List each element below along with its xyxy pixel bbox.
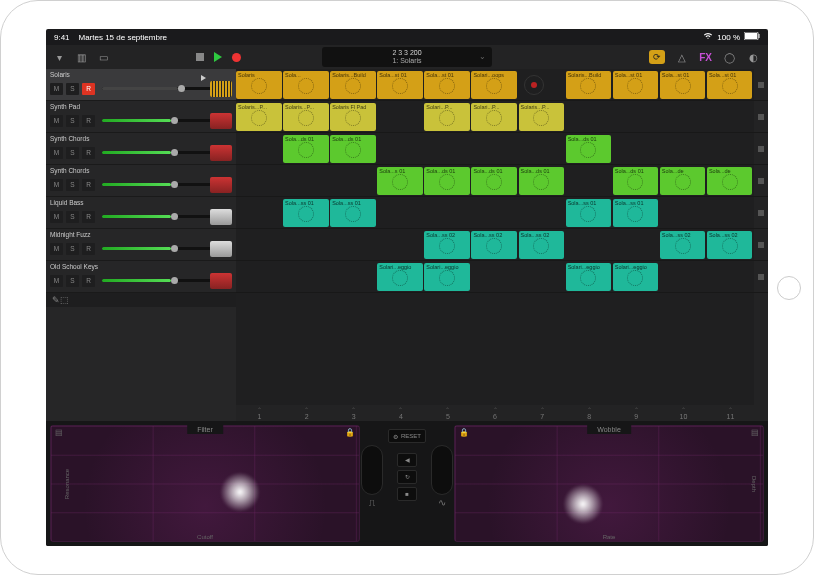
stop-fx-button[interactable]: ■	[397, 487, 417, 501]
clip-cell[interactable]: Sola...ss 01	[283, 199, 329, 227]
clip-cell[interactable]: Solaris...P...	[519, 103, 565, 131]
scene-cell[interactable]	[754, 69, 768, 101]
play-button[interactable]	[214, 52, 222, 62]
clip-cell[interactable]: Sola...	[283, 71, 329, 99]
solo-button[interactable]: S	[66, 83, 79, 95]
clip-cell[interactable]: Sola...st 01	[613, 71, 659, 99]
solo-button[interactable]: S	[66, 275, 79, 287]
clip-cell[interactable]: Sola...ds 01	[471, 167, 517, 195]
scene-cell[interactable]	[754, 101, 768, 133]
clip-cell[interactable]: Solari...P...	[471, 103, 517, 131]
instrument-icon[interactable]	[210, 81, 232, 97]
record-button[interactable]	[232, 53, 241, 62]
dropdown-icon[interactable]: ▾	[52, 50, 66, 64]
clip-cell[interactable]: Solari...eggio	[424, 263, 470, 291]
solo-button[interactable]: S	[66, 179, 79, 191]
mute-button[interactable]: M	[50, 83, 63, 95]
clip-cell[interactable]: Sola...ds 01	[613, 167, 659, 195]
clip-cell[interactable]: Solaris...Build	[566, 71, 612, 99]
clip-cell[interactable]: Sola...ss 02	[707, 231, 753, 259]
mute-button[interactable]: M	[50, 211, 63, 223]
clip-cell[interactable]: Sola...ds 01	[566, 135, 612, 163]
mute-button[interactable]: M	[50, 147, 63, 159]
solo-button[interactable]: S	[66, 211, 79, 223]
clip-cell[interactable]: Sola...ss 01	[613, 199, 659, 227]
clip-cell[interactable]: Solari...eggio	[613, 263, 659, 291]
column-trigger[interactable]: ⌃3	[330, 405, 377, 421]
instrument-icon[interactable]	[210, 209, 232, 225]
gate-pad-left[interactable]	[361, 445, 383, 495]
track-header[interactable]: Synth Pad M S R	[46, 101, 236, 133]
clip-cell[interactable]: Sola...ss 01	[566, 199, 612, 227]
xy-pad-left[interactable]: ▤ Filter 🔒 Resonance Cutoff	[50, 425, 360, 542]
track-header[interactable]: Old School Keys M S R	[46, 261, 236, 293]
clip-cell[interactable]: Solaris Fl Pad	[330, 103, 376, 131]
solo-button[interactable]: S	[66, 147, 79, 159]
clip-cell[interactable]: Sola...ss 02	[471, 231, 517, 259]
column-trigger[interactable]: ⌃10	[660, 405, 707, 421]
clip-cell[interactable]: Sola...st 01	[707, 71, 753, 99]
clip-cell[interactable]: Sola...st 01	[377, 71, 423, 99]
instrument-icon[interactable]	[210, 241, 232, 257]
fx-button[interactable]: FX	[699, 52, 712, 63]
column-trigger[interactable]: ⌃5	[424, 405, 471, 421]
instrument-icon[interactable]	[210, 273, 232, 289]
library-icon[interactable]: ▥	[74, 50, 88, 64]
scene-cell[interactable]	[754, 165, 768, 197]
column-trigger[interactable]: ⌃6	[471, 405, 518, 421]
column-trigger[interactable]: ⌃11	[707, 405, 754, 421]
home-button[interactable]	[777, 276, 801, 300]
column-trigger[interactable]: ⌃1	[236, 405, 283, 421]
record-enable-button[interactable]: R	[82, 147, 95, 159]
fx-select-icon[interactable]: ▤	[751, 428, 759, 437]
column-trigger[interactable]: ⌃2	[283, 405, 330, 421]
reverse-button[interactable]: ◀	[397, 453, 417, 467]
clip-cell[interactable]: Sola...ds 01	[424, 167, 470, 195]
record-enable-button[interactable]: R	[82, 275, 95, 287]
solo-button[interactable]: S	[66, 243, 79, 255]
clip-cell[interactable]: Sola...s 01	[377, 167, 423, 195]
scratch-button[interactable]: ↻	[397, 470, 417, 484]
clip-cell[interactable]: Solari...eggio	[566, 263, 612, 291]
mute-button[interactable]: M	[50, 115, 63, 127]
solo-button[interactable]: S	[66, 115, 79, 127]
column-trigger[interactable]: ⌃8	[566, 405, 613, 421]
instrument-icon[interactable]	[210, 145, 232, 161]
column-trigger[interactable]: ⌃9	[613, 405, 660, 421]
track-header[interactable]: Synth Chords M S R	[46, 165, 236, 197]
column-trigger[interactable]: ⌃7	[519, 405, 566, 421]
xy-pad-right[interactable]: 🔒 Wobble ▤ Depth Rate	[454, 425, 764, 542]
clip-cell[interactable]: Solari...oops	[471, 71, 517, 99]
lock-icon[interactable]: 🔒	[459, 428, 469, 437]
browser-icon[interactable]: ▭	[96, 50, 110, 64]
clip-cell[interactable]: Sola...de	[707, 167, 753, 195]
track-header[interactable]: Synth Chords M S R	[46, 133, 236, 165]
record-enable-button[interactable]: R	[82, 211, 95, 223]
clip-cell[interactable]: Sola...ss 02	[424, 231, 470, 259]
scene-cell[interactable]	[754, 197, 768, 229]
lock-icon[interactable]: 🔒	[345, 428, 355, 437]
clip-cell[interactable]: Solaris...P...	[283, 103, 329, 131]
mute-button[interactable]: M	[50, 275, 63, 287]
reset-button[interactable]: ⚙RESET	[388, 429, 426, 443]
scene-cell[interactable]	[754, 133, 768, 165]
clip-cell[interactable]: Sola...ss 01	[330, 199, 376, 227]
loop-icon[interactable]: ◯	[722, 50, 736, 64]
record-enable-button[interactable]: R	[82, 179, 95, 191]
clip-cell[interactable]: Sola...ss 02	[519, 231, 565, 259]
record-enable-button[interactable]: R	[82, 83, 95, 95]
record-enable-button[interactable]: R	[82, 243, 95, 255]
clip-cell[interactable]: Sola...ds 01	[330, 135, 376, 163]
clip-cell[interactable]: Sola...st 01	[424, 71, 470, 99]
lcd-display[interactable]: 2 3 3 200 1: Solaris ⌄	[322, 47, 492, 67]
mute-button[interactable]: M	[50, 179, 63, 191]
clip-cell[interactable]: Sola...de	[660, 167, 706, 195]
scene-cell[interactable]	[754, 229, 768, 261]
clip-cell[interactable]: Sola...ds 01	[519, 167, 565, 195]
clip-cell[interactable]: Solaris	[236, 71, 282, 99]
clip-cell[interactable]: Sola...ds 01	[283, 135, 329, 163]
mute-button[interactable]: M	[50, 243, 63, 255]
edit-tools-icon[interactable]: ✎⬚	[52, 295, 69, 305]
track-header[interactable]: Solaris M S R	[46, 69, 236, 101]
track-header[interactable]: Midnight Fuzz M S R	[46, 229, 236, 261]
